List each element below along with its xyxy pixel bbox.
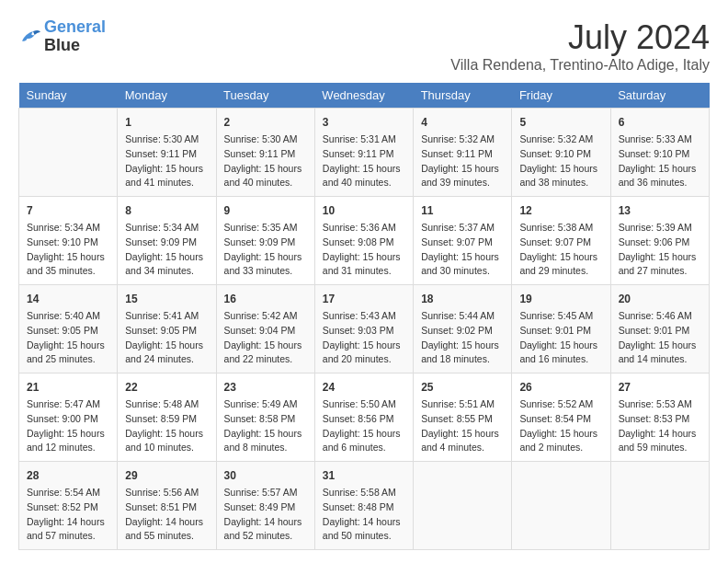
day-number: 10 [323,202,405,219]
day-number: 3 [323,114,405,131]
calendar-cell: 22Sunrise: 5:48 AM Sunset: 8:59 PM Dayli… [118,373,216,462]
calendar-cell: 9Sunrise: 5:35 AM Sunset: 9:09 PM Daylig… [216,197,314,285]
cell-info: Sunrise: 5:50 AM Sunset: 8:56 PM Dayligh… [323,397,405,455]
calendar-week-5: 28Sunrise: 5:54 AM Sunset: 8:52 PM Dayli… [19,462,710,550]
calendar-cell: 28Sunrise: 5:54 AM Sunset: 8:52 PM Dayli… [19,462,118,550]
cell-info: Sunrise: 5:33 AM Sunset: 9:10 PM Dayligh… [619,132,701,190]
calendar-cell: 23Sunrise: 5:49 AM Sunset: 8:58 PM Dayli… [216,373,314,462]
cell-info: Sunrise: 5:37 AM Sunset: 9:07 PM Dayligh… [421,221,504,279]
calendar-cell: 20Sunrise: 5:46 AM Sunset: 9:01 PM Dayli… [610,285,709,373]
calendar-cell: 12Sunrise: 5:38 AM Sunset: 9:07 PM Dayli… [512,197,610,285]
calendar-cell: 6Sunrise: 5:33 AM Sunset: 9:10 PM Daylig… [610,109,709,197]
calendar-cell: 24Sunrise: 5:50 AM Sunset: 8:56 PM Dayli… [314,373,413,462]
calendar-table: SundayMondayTuesdayWednesdayThursdayFrid… [18,83,710,550]
header-thursday: Thursday [414,83,512,109]
day-number: 13 [619,202,701,219]
day-number: 5 [519,114,602,131]
cell-info: Sunrise: 5:43 AM Sunset: 9:03 PM Dayligh… [323,309,405,367]
calendar-cell: 2Sunrise: 5:30 AM Sunset: 9:11 PM Daylig… [216,109,314,197]
calendar-week-3: 14Sunrise: 5:40 AM Sunset: 9:05 PM Dayli… [19,285,710,373]
cell-info: Sunrise: 5:39 AM Sunset: 9:06 PM Dayligh… [619,221,701,279]
day-number: 24 [323,379,405,396]
cell-info: Sunrise: 5:51 AM Sunset: 8:55 PM Dayligh… [421,397,504,455]
calendar-cell [610,462,709,550]
calendar-week-2: 7Sunrise: 5:34 AM Sunset: 9:10 PM Daylig… [19,197,710,285]
day-number: 15 [125,291,208,307]
cell-info: Sunrise: 5:30 AM Sunset: 9:11 PM Dayligh… [224,132,307,190]
day-number: 28 [27,467,109,484]
cell-info: Sunrise: 5:42 AM Sunset: 9:04 PM Dayligh… [224,309,307,367]
calendar-week-4: 21Sunrise: 5:47 AM Sunset: 9:00 PM Dayli… [19,373,710,462]
calendar-cell: 26Sunrise: 5:52 AM Sunset: 8:54 PM Dayli… [512,373,610,462]
day-number: 29 [125,467,208,484]
calendar-cell: 10Sunrise: 5:36 AM Sunset: 9:08 PM Dayli… [314,197,413,285]
day-number: 30 [224,467,307,484]
day-number: 12 [519,202,602,219]
day-number: 22 [125,379,208,396]
day-number: 8 [125,202,208,219]
logo-icon [18,28,40,46]
cell-info: Sunrise: 5:41 AM Sunset: 9:05 PM Dayligh… [125,309,208,367]
calendar-header-row: SundayMondayTuesdayWednesdayThursdayFrid… [19,83,710,109]
cell-info: Sunrise: 5:46 AM Sunset: 9:01 PM Dayligh… [619,309,701,367]
calendar-cell: 25Sunrise: 5:51 AM Sunset: 8:55 PM Dayli… [414,373,512,462]
day-number: 20 [619,291,701,307]
cell-info: Sunrise: 5:54 AM Sunset: 8:52 PM Dayligh… [27,486,109,544]
calendar-cell: 13Sunrise: 5:39 AM Sunset: 9:06 PM Dayli… [610,197,709,285]
day-number: 31 [323,467,405,484]
calendar-cell: 3Sunrise: 5:31 AM Sunset: 9:11 PM Daylig… [314,109,413,197]
day-number: 2 [224,114,307,131]
cell-info: Sunrise: 5:40 AM Sunset: 9:05 PM Dayligh… [27,309,109,367]
day-number: 17 [323,291,405,307]
calendar-cell: 21Sunrise: 5:47 AM Sunset: 9:00 PM Dayli… [19,373,118,462]
calendar-cell [512,462,610,550]
calendar-cell: 31Sunrise: 5:58 AM Sunset: 8:48 PM Dayli… [314,462,413,550]
calendar-week-1: 1Sunrise: 5:30 AM Sunset: 9:11 PM Daylig… [19,109,710,197]
day-number: 26 [519,379,602,396]
day-number: 21 [27,379,109,396]
logo: GeneralBlue [18,18,106,55]
day-number: 9 [224,202,307,219]
calendar-cell: 29Sunrise: 5:56 AM Sunset: 8:51 PM Dayli… [118,462,216,550]
day-number: 11 [421,202,504,219]
cell-info: Sunrise: 5:58 AM Sunset: 8:48 PM Dayligh… [323,486,405,544]
header-saturday: Saturday [610,83,709,109]
day-number: 14 [27,291,109,307]
cell-info: Sunrise: 5:57 AM Sunset: 8:49 PM Dayligh… [224,486,307,544]
calendar-cell: 14Sunrise: 5:40 AM Sunset: 9:05 PM Dayli… [19,285,118,373]
header-friday: Friday [512,83,610,109]
cell-info: Sunrise: 5:32 AM Sunset: 9:11 PM Dayligh… [421,132,504,190]
cell-info: Sunrise: 5:32 AM Sunset: 9:10 PM Dayligh… [519,132,602,190]
day-number: 4 [421,114,504,131]
cell-info: Sunrise: 5:49 AM Sunset: 8:58 PM Dayligh… [224,397,307,455]
day-number: 19 [519,291,602,307]
calendar-cell: 19Sunrise: 5:45 AM Sunset: 9:01 PM Dayli… [512,285,610,373]
day-number: 27 [619,379,701,396]
cell-info: Sunrise: 5:31 AM Sunset: 9:11 PM Dayligh… [323,132,405,190]
calendar-cell: 4Sunrise: 5:32 AM Sunset: 9:11 PM Daylig… [414,109,512,197]
cell-info: Sunrise: 5:48 AM Sunset: 8:59 PM Dayligh… [125,397,208,455]
calendar-cell: 11Sunrise: 5:37 AM Sunset: 9:07 PM Dayli… [414,197,512,285]
header-tuesday: Tuesday [216,83,314,109]
day-number: 18 [421,291,504,307]
calendar-cell: 15Sunrise: 5:41 AM Sunset: 9:05 PM Dayli… [118,285,216,373]
cell-info: Sunrise: 5:38 AM Sunset: 9:07 PM Dayligh… [519,221,602,279]
calendar-cell [414,462,512,550]
calendar-cell: 27Sunrise: 5:53 AM Sunset: 8:53 PM Dayli… [610,373,709,462]
header-sunday: Sunday [19,83,118,109]
page-header: GeneralBlue July 2024 Villa Rendena, Tre… [18,18,710,74]
header-monday: Monday [118,83,216,109]
header-wednesday: Wednesday [314,83,413,109]
calendar-cell: 30Sunrise: 5:57 AM Sunset: 8:49 PM Dayli… [216,462,314,550]
calendar-cell: 18Sunrise: 5:44 AM Sunset: 9:02 PM Dayli… [414,285,512,373]
cell-info: Sunrise: 5:30 AM Sunset: 9:11 PM Dayligh… [125,132,208,190]
cell-info: Sunrise: 5:36 AM Sunset: 9:08 PM Dayligh… [323,221,405,279]
day-number: 1 [125,114,208,131]
day-number: 7 [27,202,109,219]
cell-info: Sunrise: 5:34 AM Sunset: 9:10 PM Dayligh… [27,221,109,279]
calendar-cell: 16Sunrise: 5:42 AM Sunset: 9:04 PM Dayli… [216,285,314,373]
title-block: July 2024 Villa Rendena, Trentino-Alto A… [450,18,710,74]
calendar-cell: 8Sunrise: 5:34 AM Sunset: 9:09 PM Daylig… [118,197,216,285]
day-number: 16 [224,291,307,307]
cell-info: Sunrise: 5:56 AM Sunset: 8:51 PM Dayligh… [125,486,208,544]
